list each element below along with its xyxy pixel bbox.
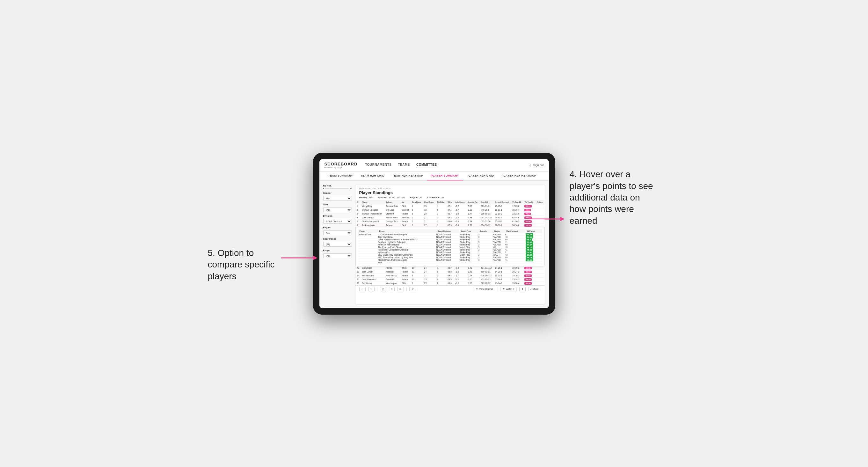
redo-button[interactable]: ↪: [368, 287, 375, 291]
table-row: 23 Jack Lundin Missouri Fourth 11 24 0 6…: [355, 270, 545, 274]
no-rds-slider[interactable]: [325, 188, 349, 189]
gender-select[interactable]: Men: [323, 196, 352, 201]
points-value-jackson[interactable]: 58.18: [524, 224, 532, 227]
download-button[interactable]: ⬇: [519, 287, 526, 291]
share-button[interactable]: ⤴ Share: [528, 287, 541, 291]
list-item: Mirabel Maui Jim Intercollegiate NCAA Di…: [358, 258, 542, 261]
annotation-bottom-left: 5. Option to compare specific players: [208, 247, 278, 282]
points-value[interactable]: 38.49: [524, 282, 532, 285]
conference-label: Conference: [323, 238, 352, 240]
col-overall-record: Overall Record: [494, 200, 511, 204]
table-row: 25 Cole Sherwood Vanderbilt Fourth 12 23…: [355, 277, 545, 281]
nav-teams[interactable]: TEAMS: [398, 162, 410, 168]
list-item: Tech.: [358, 261, 542, 263]
points-value[interactable]: 68.54: [524, 216, 532, 219]
main-content: No Rds. 4 52 Gender Men: [319, 181, 549, 308]
points-value[interactable]: 70.2: [524, 213, 531, 215]
bottom-toolbar: ↩ ↪ ⟳ ⎘ ⊟· ⏱ 👁 View: Original: [355, 285, 545, 292]
tt-col-status: Status: [493, 229, 505, 234]
region-label: Region: [323, 226, 352, 228]
header-right: ·| Sign out: [529, 163, 544, 167]
no-rds-max: 52: [350, 187, 352, 189]
filter-conference: Conference: All: [427, 196, 444, 198]
col-reg-rank: Reg Rank: [411, 200, 423, 204]
division-select[interactable]: NCAA Division I: [323, 219, 352, 224]
sub-nav-team-h2h-grid[interactable]: TEAM H2H GRID: [357, 172, 388, 180]
share-label: Share: [533, 288, 539, 290]
undo-button[interactable]: ↩: [359, 287, 366, 291]
col-vs-top25: Vs Top 25: [511, 200, 523, 204]
table-row: 3 Michael Thorbjornsen Stanford Fourth 1…: [355, 212, 545, 216]
col-points: Points: [535, 200, 545, 204]
table-row: 2 Michael La Sasso Ole Miss Second 1 18 …: [355, 208, 545, 212]
col-rank: #: [355, 200, 361, 204]
sub-nav-player-summary[interactable]: PLAYER SUMMARY: [427, 172, 463, 180]
sign-out-link[interactable]: Sign out: [533, 163, 544, 167]
col-yr: Yr: [401, 200, 411, 204]
sub-nav-player-h2h-grid[interactable]: PLAYER H2H GRID: [463, 172, 498, 180]
region-select[interactable]: N/A: [323, 230, 352, 235]
copy-button[interactable]: ⎘: [389, 287, 395, 291]
tt-col-rank-impact: Rank Impact: [505, 229, 526, 234]
sidebar-gender: Gender Men: [323, 192, 352, 201]
points-value[interactable]: 76.3: [524, 209, 531, 211]
sidebar-division: Division NCAA Division I: [323, 215, 352, 224]
sub-nav-team-h2h-heatmap[interactable]: TEAM H2H HEATMAP: [388, 172, 427, 180]
tt-col-player: Player: [358, 229, 378, 234]
watch-button[interactable]: 👁 Watch ▾: [500, 287, 517, 291]
sidebar-year: Year (All): [323, 204, 352, 212]
tt-col-w-points: W Points: [526, 229, 541, 234]
no-rds-min: 4: [323, 187, 324, 189]
points-value[interactable]: 40.27: [524, 271, 532, 273]
list-item: The Cypress Point Classic NCAA Division …: [358, 246, 542, 248]
watch-icon: 👁: [503, 288, 505, 290]
table-row: 24 Bastien Amat New Mexico Fourth 1 27 2…: [355, 274, 545, 277]
col-avg-to-par: Avg to-Par: [467, 200, 480, 204]
points-value[interactable]: 80.27: [524, 205, 532, 208]
sidebar-no-rds: No Rds. 4 52: [323, 185, 352, 189]
col-vs-top50: Vs Top 50: [523, 200, 535, 204]
standings-title: Player Standings: [359, 190, 541, 195]
tooltip-header-row: Player Event Event Division Event Type R…: [358, 229, 542, 234]
table-row: 4 Luke Clanton Florida State Second 5 27…: [355, 216, 545, 219]
points-value[interactable]: 40.02: [524, 275, 532, 277]
col-avg-sg: Avg SG: [480, 200, 494, 204]
clock-button[interactable]: ⏱: [409, 287, 416, 291]
points-value[interactable]: 60.69: [524, 220, 532, 223]
col-wins: Wins: [446, 200, 454, 204]
toolbar-divider: [377, 287, 377, 291]
points-value[interactable]: 39.95: [524, 278, 532, 281]
table-row: 22 Ian Gilligan Florida Third 10 24 1 68…: [355, 266, 545, 270]
points-value[interactable]: 40.68: [524, 267, 532, 269]
table-row-jackson: 6 Jackson Koivu Auburn First 2 27 1 67.5…: [355, 223, 545, 227]
toolbar-divider-2: [406, 287, 407, 291]
conference-select[interactable]: (All): [323, 242, 352, 247]
nav-committee[interactable]: COMMITTEE: [416, 162, 437, 168]
svg-marker-1: [560, 217, 564, 221]
gender-label: Gender: [323, 192, 352, 194]
sub-nav-player-h2h-heatmap[interactable]: PLAYER H2H HEATMAP: [498, 172, 540, 180]
table-row: 26 Petr Hruby Washington Fifth 7 23 0 68…: [355, 281, 545, 285]
nav-tournaments[interactable]: TOURNAMENTS: [365, 162, 392, 168]
reset-button[interactable]: ⟳: [380, 287, 386, 291]
separator: ·|: [529, 163, 531, 167]
filter-gender: Gender: Men: [359, 196, 373, 198]
share-icon: ⤴: [530, 288, 532, 290]
chevron-down-icon: ▾: [513, 288, 515, 290]
year-select[interactable]: (All): [323, 208, 352, 212]
col-adj-score: Adj. Score: [454, 200, 467, 204]
view-original-button[interactable]: 👁 View: Original: [474, 287, 495, 291]
main-nav: TOURNAMENTS TEAMS COMMITTEE: [365, 162, 521, 168]
table-header-row: # Player School Yr Reg Rank Conf Rank No…: [355, 200, 545, 204]
filter-button[interactable]: ⊟·: [397, 287, 404, 291]
division-label: Division: [323, 215, 352, 217]
sidebar: No Rds. 4 52 Gender Men: [323, 185, 352, 305]
sub-nav-team-summary[interactable]: TEAM SUMMARY: [324, 172, 357, 180]
filter-region: Region: All: [410, 196, 422, 198]
tt-col-rounds: Rounds: [478, 229, 493, 234]
list-item: Wake Forest Invitational at Pinehurst No…: [358, 238, 542, 241]
player-select[interactable]: (All): [323, 253, 352, 258]
annotation-top-right: 4. Hover over a player's points to see a…: [570, 168, 659, 227]
sub-nav: TEAM SUMMARY TEAM H2H GRID TEAM H2H HEAT…: [319, 172, 549, 181]
col-player: Player: [361, 200, 384, 204]
